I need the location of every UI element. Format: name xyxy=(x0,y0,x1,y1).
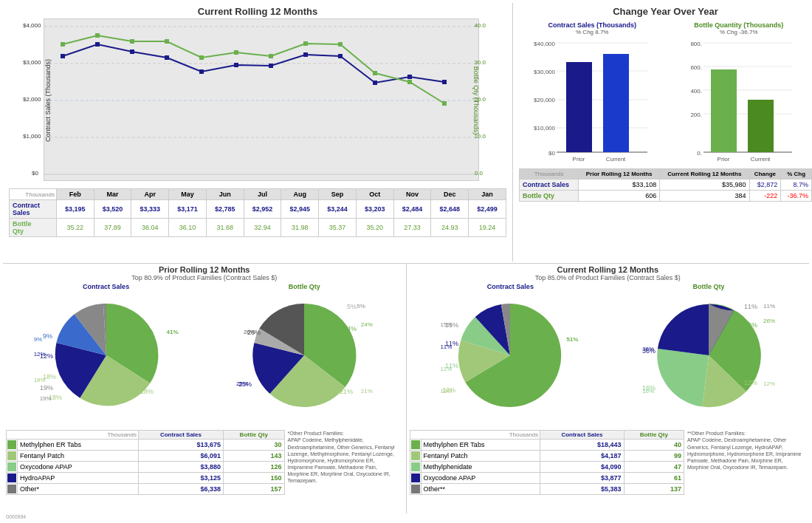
yoy-th-current: Current Rolling 12 Months xyxy=(660,169,749,180)
prior-pie-row: Contract Sales xyxy=(6,283,403,427)
current-thousands-label: Thousands xyxy=(410,431,540,440)
bottle-row-label: BottleQty xyxy=(10,219,57,237)
svg-text:$30,000: $30,000 xyxy=(534,69,555,75)
current-footnote: **Other Product Families:APAP Codeine, D… xyxy=(684,428,806,495)
prior-bottle-pct-5: 5% xyxy=(357,303,365,310)
prior-row-1: Methylphen ER Tabs $13,675 30 xyxy=(7,440,285,451)
bottle-nov: 27.33 xyxy=(393,219,431,237)
prior-table: Thousands Contract Sales Bottle Qty Meth… xyxy=(6,430,285,495)
prior-name-5: Other* xyxy=(18,484,139,495)
prior-table-footnote-row: Thousands Contract Sales Bottle Qty Meth… xyxy=(6,428,403,495)
yoy-contract-change: $2,872 xyxy=(749,180,781,191)
yoy-bottle-change: -222 xyxy=(749,191,781,202)
doc-id: 0000994 xyxy=(3,513,809,520)
prior-row-4: HydroAPAP $3,125 150 xyxy=(7,473,285,484)
y-right-tick-10: 10.0 xyxy=(474,133,486,140)
prior-name-2: Fentanyl Patch xyxy=(18,451,139,462)
curr-sales-5: $5,383 xyxy=(540,484,624,495)
bottle-mar: 37.89 xyxy=(94,219,131,237)
svg-rect-24 xyxy=(303,41,308,46)
curr-bottle-pct-26: 26% xyxy=(763,318,775,324)
current-bottle-pie: Bottle Qty 26% 12% 16% xyxy=(639,283,779,427)
contract-dec: $2,648 xyxy=(431,200,469,219)
prior-contract-pct-19: 19% xyxy=(40,395,52,402)
chart-wrapper: Contract Sales (Thousands) Bottle Qty (T… xyxy=(44,18,468,182)
svg-rect-22 xyxy=(234,50,238,55)
svg-rect-13 xyxy=(338,54,343,58)
curr-swatch-2 xyxy=(411,451,420,460)
yoy-bottle-prior: 606 xyxy=(579,191,660,202)
prior-name-3: Oxycodone APAP xyxy=(18,462,139,473)
curr-contract-pct-51: 51% xyxy=(566,336,578,343)
prior-contract-pct-41: 41% xyxy=(167,329,179,335)
svg-text:$0: $0 xyxy=(548,150,555,157)
svg-rect-15 xyxy=(407,75,412,79)
yoy-bottle-current: 384 xyxy=(660,191,749,202)
yoy-contract-prior: $33,108 xyxy=(579,180,660,191)
col-may: May xyxy=(169,189,207,200)
yoy-bottle-pct: % Chg -36.7% xyxy=(666,29,813,35)
svg-rect-17 xyxy=(61,42,65,47)
bottle-feb: 35.22 xyxy=(56,219,94,237)
curr-contract-pct-11a: 11% xyxy=(440,366,452,372)
svg-text:Prior: Prior xyxy=(573,156,585,161)
svg-rect-7 xyxy=(130,49,134,54)
current-contract-pie: Contract Sales 51% 12% 1 xyxy=(436,283,584,427)
curr-name-4: Oxycodone APAP xyxy=(421,473,540,484)
svg-text:Current: Current xyxy=(751,156,771,161)
current-pie-row: Contract Sales 51% 12% 1 xyxy=(410,283,807,427)
prior-table-wrapper: Thousands Contract Sales Bottle Qty Meth… xyxy=(6,428,285,495)
bottle-sep: 35.37 xyxy=(319,219,357,237)
prior-rolling-section: Prior Rolling 12 Months Top 80.9% of Pro… xyxy=(3,264,406,513)
bottle-jul: 32.94 xyxy=(244,219,281,237)
contract-aug: $2,945 xyxy=(281,200,319,219)
y-tick-1000: $1,000 xyxy=(23,133,41,140)
prior-contract-pct-9: 9% xyxy=(34,336,43,343)
svg-text:$10,000: $10,000 xyxy=(534,125,555,131)
curr-bottle-pct-12: 12% xyxy=(763,380,775,387)
curr-name-5: Other** xyxy=(421,484,540,495)
y-tick-4000: $4,000 xyxy=(23,22,41,29)
current-table: Thousands Contract Sales Bottle Qty Meth… xyxy=(410,430,685,495)
svg-rect-6 xyxy=(95,42,100,47)
col-feb: Feb xyxy=(56,189,94,200)
svg-rect-5 xyxy=(61,54,65,58)
y-tick-2000: $2,000 xyxy=(23,96,41,103)
line-chart-title: Current Rolling 12 Months xyxy=(3,3,512,18)
yoy-contract-current: $35,980 xyxy=(660,180,749,191)
yoy-table-container: Thousands Prior Rolling 12 Months Curren… xyxy=(516,165,812,205)
bottle-aug: 31.98 xyxy=(281,219,319,237)
col-aug: Aug xyxy=(281,189,319,200)
curr-bottle-4: 61 xyxy=(624,473,684,484)
prior-bottle-pct-25: 25% xyxy=(236,380,248,387)
prior-contract-pct-18: 18% xyxy=(34,377,46,383)
yoy-contract-pctchg: 8.7% xyxy=(781,180,812,191)
curr-bottle-2: 99 xyxy=(624,451,684,462)
col-nov: Nov xyxy=(393,189,431,200)
current-contract-pie-label: Contract Sales xyxy=(436,283,584,290)
contract-nov: $2,484 xyxy=(393,200,431,219)
line-chart-table-container: Thousands Feb Mar Apr May Jun Jul Aug Se… xyxy=(6,185,509,237)
curr-swatch-5 xyxy=(411,485,420,493)
yoy-bottle-chart: Bottle Quantity (Thousands) % Chg -36.7%… xyxy=(666,21,813,163)
svg-rect-55 xyxy=(748,100,774,152)
curr-bottle-pct-16: 16% xyxy=(642,388,654,394)
yoy-contract-row: Contract Sales $33,108 $35,980 $2,872 8.… xyxy=(520,180,812,191)
prior-sales-2: $6,091 xyxy=(138,451,223,462)
bottle-dec: 24.93 xyxy=(431,219,469,237)
curr-contract-pct-15: 15% xyxy=(440,321,452,328)
yoy-title: Change Year Over Year xyxy=(516,3,812,18)
curr-bottle-pct-11: 11% xyxy=(763,303,775,310)
prior-rolling-subtitle: Top 80.9% of Product Families (Contract … xyxy=(6,274,403,281)
yoy-th-change: Change xyxy=(749,169,781,180)
prior-sales-4: $3,125 xyxy=(138,473,223,484)
yoy-bottle-bar-svg: 800. 600. 400. 200. 0. Prior xyxy=(681,35,796,161)
svg-rect-11 xyxy=(269,64,273,68)
contract-oct: $3,203 xyxy=(356,200,393,219)
prior-name-4: HydroAPAP xyxy=(18,473,139,484)
svg-rect-26 xyxy=(373,71,377,75)
y-right-tick-30: 30.0 xyxy=(474,59,486,66)
bottle-jun: 31.68 xyxy=(206,219,244,237)
contract-jan: $2,499 xyxy=(469,200,506,219)
line-chart-svg xyxy=(44,18,479,181)
